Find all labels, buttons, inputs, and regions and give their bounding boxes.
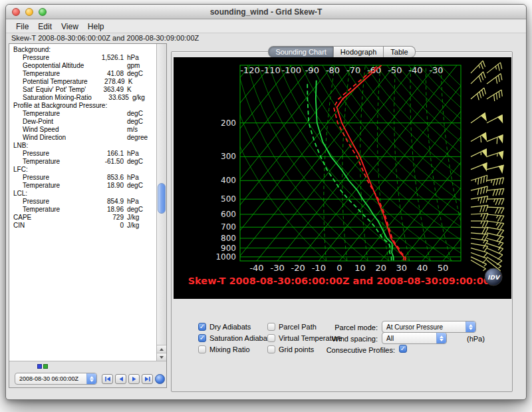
info-row-unit: degC <box>124 206 154 214</box>
parcel-mode-select[interactable]: At Cursor Pressure <box>382 321 476 333</box>
time-legend <box>37 364 48 369</box>
wind-spacing-select[interactable]: All <box>382 332 447 344</box>
info-row-unit: hPa <box>124 54 154 62</box>
scrollbar-thumb[interactable] <box>158 183 166 214</box>
info-row-unit: degC <box>124 182 154 190</box>
svg-text:-40: -40 <box>249 263 263 273</box>
svg-text:-20: -20 <box>291 263 305 273</box>
idv-logo-text: IDV <box>487 274 501 281</box>
info-row: Pressure853.6hPa <box>11 174 154 182</box>
titlebar[interactable]: sounding_wind - Grid Skew-T <box>6 5 526 19</box>
info-row: Profile at Background Pressure: <box>11 102 154 110</box>
svg-text:-120: -120 <box>240 65 260 75</box>
skewt-svg[interactable]: -120-110-100-90-80-70-60-50-40-30-40-30-… <box>174 57 511 299</box>
sounding-readout-panel: Background:Pressure1,526.1hPaGeopotentia… <box>9 43 167 388</box>
vertical-scrollbar[interactable] <box>156 44 166 361</box>
step-forward-button[interactable] <box>128 374 140 384</box>
info-row-unit: degree <box>124 134 154 142</box>
menu-edit[interactable]: Edit <box>33 21 57 33</box>
info-row-value: 18.90 <box>86 182 124 190</box>
animation-controls: 2008-08-30 06:00:00Z <box>15 373 165 385</box>
info-row-value <box>86 142 124 150</box>
combo-stepper-icon <box>466 321 475 332</box>
info-row-unit: hPa <box>124 174 154 182</box>
checkbox-box[interactable] <box>267 345 275 353</box>
animation-properties-button[interactable] <box>155 374 165 384</box>
info-row-label: Temperature <box>11 110 86 118</box>
info-row-label: LNB: <box>11 142 86 150</box>
info-row-unit <box>124 142 154 150</box>
info-row-value: 41.08 <box>86 70 124 78</box>
checkbox-label: Dry Adiabats <box>209 323 251 331</box>
svg-text:800: 800 <box>221 234 236 243</box>
info-row-unit: degC <box>124 118 154 126</box>
menu-view[interactable]: View <box>57 21 83 33</box>
info-row-label: Pressure <box>11 54 86 62</box>
info-row-value <box>86 46 124 54</box>
checkbox-box[interactable] <box>198 323 206 331</box>
info-row: Temperature-61.50degC <box>11 158 154 166</box>
svg-text:-30: -30 <box>270 263 284 273</box>
info-row-value: 363.49 <box>86 86 124 94</box>
info-row-label: Wind Direction <box>11 134 86 142</box>
display-controls: Dry AdiabatsSaturation AdiabatsMixing Ra… <box>172 302 512 391</box>
svg-text:200: 200 <box>221 118 236 128</box>
info-row-label: Pressure <box>11 174 86 182</box>
skewt-chart[interactable]: -120-110-100-90-80-70-60-50-40-30-40-30-… <box>174 57 511 299</box>
combo-stepper-icon[interactable] <box>86 373 96 384</box>
svg-text:-80: -80 <box>326 65 340 75</box>
info-row-label: Geopotential Altitude <box>11 62 86 70</box>
svg-text:600: 600 <box>221 210 236 219</box>
svg-text:400: 400 <box>221 176 236 185</box>
chart-title: Skew-T 2008-08-30:06:00:00Z and 2008-08-… <box>188 276 497 286</box>
info-row-value: 278.49 <box>88 78 125 86</box>
checkbox-box[interactable] <box>267 334 275 342</box>
info-row: Temperature41.08degC <box>11 70 154 78</box>
minimize-button[interactable] <box>25 8 33 16</box>
go-to-last-button[interactable] <box>142 374 153 384</box>
menu-file[interactable]: File <box>11 21 33 33</box>
scrollbar-arrow-buttons <box>157 345 166 361</box>
info-row-unit: degC <box>124 158 154 166</box>
consecutive-profiles-checkbox[interactable] <box>399 345 407 353</box>
go-to-first-button[interactable] <box>102 374 113 384</box>
info-row-value: 1,526.1 <box>86 54 124 62</box>
info-row-value: 854.9 <box>86 198 124 206</box>
checkbox-box[interactable] <box>267 323 275 331</box>
info-row-label: Sat' Equiv' Pot' Temp' <box>11 86 86 94</box>
svg-text:0: 0 <box>336 263 342 273</box>
info-row: Pressure854.9hPa <box>11 198 154 206</box>
checkbox-box[interactable] <box>198 345 206 353</box>
checkbox-saturation-adiabats[interactable]: Saturation Adiabats <box>198 333 273 342</box>
info-row-value <box>86 110 124 118</box>
checkbox-dry-adiabats[interactable]: Dry Adiabats <box>198 322 273 331</box>
svg-text:40: 40 <box>417 263 428 273</box>
zoom-button[interactable] <box>39 8 47 16</box>
info-row-value: 729 <box>86 214 124 222</box>
info-row-label: Potential Temperature <box>11 78 88 86</box>
time-select[interactable]: 2008-08-30 06:00:00Z <box>15 373 97 385</box>
tab-table[interactable]: Table <box>384 46 415 58</box>
close-button[interactable] <box>12 8 20 16</box>
checkbox-mixing-ratio[interactable]: Mixing Ratio <box>198 345 273 353</box>
info-row-label: Background: <box>11 46 86 54</box>
checkbox-box[interactable] <box>198 334 206 342</box>
info-row-label: Wind Speed <box>11 126 86 134</box>
info-row-label: Temperature <box>11 206 86 214</box>
info-row: CIN0J/kg <box>11 222 154 230</box>
step-back-button[interactable] <box>115 374 126 384</box>
svg-text:20: 20 <box>375 263 386 273</box>
info-row: Dew-PointdegC <box>11 118 154 126</box>
info-row: CAPE729J/kg <box>11 214 154 222</box>
scroll-down-button[interactable] <box>157 353 166 361</box>
menu-help[interactable]: Help <box>83 21 109 33</box>
tab-sounding-chart[interactable]: Sounding Chart <box>268 46 333 58</box>
readout-scroll-area: Background:Pressure1,526.1hPaGeopotentia… <box>9 44 166 361</box>
tab-hodograph[interactable]: Hodograph <box>334 46 384 58</box>
info-row-label: Saturation Mixing-Ratio <box>11 94 92 102</box>
scroll-up-button[interactable] <box>157 345 166 353</box>
svg-text:1000: 1000 <box>215 252 236 262</box>
info-row-label: Dew-Point <box>11 118 86 126</box>
arrow-up-icon <box>160 348 164 351</box>
checkbox-label: Saturation Adiabats <box>209 334 273 342</box>
